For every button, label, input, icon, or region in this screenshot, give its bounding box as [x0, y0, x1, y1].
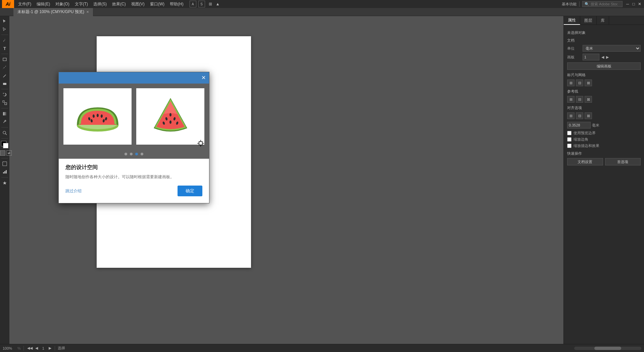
artboard-tool[interactable] — [1, 160, 9, 167]
menu-window[interactable]: 窗口(W) — [147, 0, 167, 8]
status-divider-2 — [55, 346, 55, 351]
toolbar-icon-2[interactable]: S — [198, 1, 205, 7]
close-button[interactable]: ✕ — [637, 2, 642, 6]
toolbar-icon-1[interactable]: A — [190, 1, 196, 7]
status-divider-1 — [23, 346, 24, 351]
dialog-image-1 — [63, 88, 132, 145]
dot-1[interactable] — [125, 153, 127, 155]
scale-corner-checkbox[interactable] — [567, 137, 572, 142]
rotate-tool[interactable] — [1, 91, 9, 98]
layers-tab[interactable]: 图层 — [580, 16, 597, 25]
zoom-input[interactable] — [3, 346, 16, 350]
direct-select-tool[interactable] — [1, 26, 9, 33]
dialog-ok-button[interactable]: 确定 — [178, 186, 202, 196]
menu-text[interactable]: 文字(T) — [72, 0, 91, 8]
artboard-label: 画板 — [567, 55, 581, 60]
gradient-tool[interactable] — [1, 110, 9, 117]
dialog-skip-button[interactable]: 跳过介绍 — [65, 188, 82, 194]
rectangle-tool[interactable] — [1, 56, 9, 63]
edit-artboard-button[interactable]: 编辑画板 — [567, 62, 641, 70]
toolbar-icon-3[interactable]: ⊞ — [207, 1, 214, 7]
document-settings-button[interactable]: 文档设置 — [567, 158, 603, 165]
nudge-input[interactable] — [567, 122, 591, 129]
menu-select[interactable]: 选择(S) — [91, 0, 109, 8]
guide-icon-3[interactable]: ⊠ — [585, 96, 592, 103]
swap-colors[interactable]: ⇄ — [6, 150, 12, 156]
pen-tool[interactable] — [1, 37, 9, 44]
scrollbar-thumb[interactable] — [594, 347, 621, 350]
eyedropper-tool[interactable] — [1, 118, 9, 125]
svg-point-6 — [3, 131, 6, 134]
unit-label: 单位 — [567, 46, 581, 51]
artboard-nav-next[interactable]: ▶ — [606, 55, 609, 59]
rulers-icon-row: ⊞ ⊟ ⊠ — [567, 80, 641, 86]
dot-4[interactable] — [141, 153, 143, 155]
fill-color[interactable] — [1, 141, 8, 148]
ruler-icon-3[interactable]: ⊠ — [585, 80, 592, 86]
toolbar-separator-3 — [1, 89, 8, 89]
svg-rect-4 — [3, 112, 6, 115]
dot-3[interactable] — [135, 153, 138, 155]
menu-edit[interactable]: 编辑(E) — [34, 0, 53, 8]
artboard-number-input[interactable] — [40, 346, 47, 350]
menu-bar: Ai 文件(F) 编辑(E) 对象(O) 文字(T) 选择(S) 效果(C) 视… — [0, 0, 644, 8]
document-tab[interactable]: 未标题-1 @ 100% (CMYK/GPU 预览) ✕ — [13, 8, 93, 16]
chart-tool[interactable] — [1, 168, 9, 175]
menu-effect[interactable]: 效果(C) — [109, 0, 129, 8]
horizontal-scrollbar[interactable] — [574, 347, 641, 350]
search-input[interactable] — [591, 2, 617, 6]
tab-bar: 未标题-1 @ 100% (CMYK/GPU 预览) ✕ — [0, 8, 644, 16]
snap-icon-3[interactable]: ⊠ — [585, 112, 592, 119]
artboard-nav-prev[interactable]: ◀ — [601, 55, 604, 59]
minimize-button[interactable]: ─ — [625, 2, 630, 6]
ruler-icon-2[interactable]: ⊟ — [576, 80, 583, 86]
toolbar-separator-7 — [1, 158, 8, 158]
menu-object[interactable]: 对象(O) — [53, 0, 72, 8]
properties-tab[interactable]: 属性 — [564, 16, 580, 25]
svg-rect-14 — [4, 171, 5, 173]
preferences-button[interactable]: 首选项 — [605, 158, 641, 165]
unit-row: 单位 毫米 像素 英寸 — [567, 45, 641, 52]
scale-tool[interactable] — [1, 99, 9, 106]
guides-label: 参考线 — [567, 89, 641, 94]
menu-help[interactable]: 帮助(H) — [167, 0, 186, 8]
artboard-next-btn[interactable]: ▶ — [48, 346, 52, 350]
selection-tool[interactable] — [1, 17, 9, 25]
paintbrush-tool[interactable] — [1, 64, 9, 71]
svg-rect-8 — [3, 162, 7, 166]
maximize-button[interactable]: □ — [631, 2, 636, 6]
snap-icon-2[interactable]: ⊟ — [576, 112, 583, 119]
artboard-first-btn[interactable]: ◀◀ — [27, 346, 33, 350]
guide-icon-1[interactable]: ⊞ — [567, 96, 575, 103]
menu-file[interactable]: 文件(F) — [15, 0, 34, 8]
ruler-icon-1[interactable]: ⊞ — [567, 80, 575, 86]
tab-close-button[interactable]: ✕ — [86, 10, 89, 14]
guide-icon-2[interactable]: ⊟ — [576, 96, 583, 103]
artboard-row: 画板 ◀ ▶ — [567, 54, 641, 60]
dialog-close-button[interactable]: ✕ — [201, 75, 206, 81]
libraries-tab[interactable]: 库 — [597, 16, 609, 25]
svg-rect-1 — [3, 83, 6, 85]
menu-view[interactable]: 视图(V) — [129, 0, 147, 8]
none-fill[interactable] — [0, 150, 5, 156]
document-section-label: 文档 — [567, 38, 641, 43]
snap-icon-1[interactable]: ⊞ — [567, 112, 575, 119]
zoom-tool[interactable] — [1, 129, 9, 137]
toolbar-separator-4 — [1, 108, 8, 108]
divider — [579, 1, 580, 7]
window-controls: ─ □ ✕ — [625, 2, 642, 6]
preview-boundary-checkbox[interactable] — [567, 131, 572, 135]
search-bar[interactable]: 🔍 — [582, 1, 623, 7]
live-paint-tool[interactable] — [1, 179, 9, 187]
left-toolbar: T ⇄ — [0, 16, 9, 344]
pencil-tool[interactable] — [1, 72, 9, 79]
artboard-input[interactable] — [583, 54, 599, 60]
unit-select[interactable]: 毫米 像素 英寸 — [583, 45, 641, 52]
toolbar-separator-8 — [1, 177, 8, 178]
eraser-tool[interactable] — [1, 80, 9, 87]
toolbar-icon-4[interactable]: ▲ — [214, 1, 221, 7]
type-tool[interactable]: T — [1, 45, 9, 52]
artboard-prev-btn[interactable]: ◀ — [35, 346, 39, 350]
scale-stroke-checkbox[interactable] — [567, 144, 572, 148]
dot-2[interactable] — [130, 153, 133, 155]
